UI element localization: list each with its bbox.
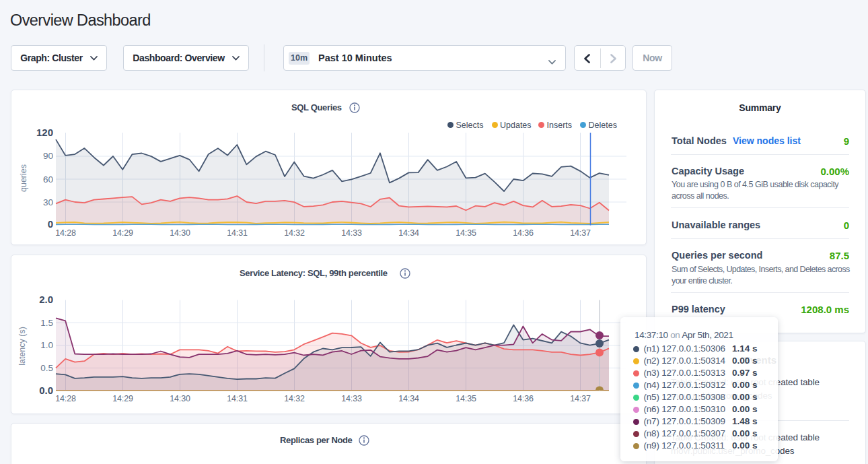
svg-text:14:32: 14:32	[284, 228, 305, 238]
svg-text:14:33: 14:33	[341, 228, 362, 238]
svg-text:14:28: 14:28	[55, 394, 76, 403]
svg-text:latency (s): latency (s)	[17, 327, 27, 366]
svg-text:14:30: 14:30	[170, 228, 190, 238]
svg-text:14:30: 14:30	[170, 394, 190, 403]
svg-text:14:37: 14:37	[570, 394, 591, 403]
svg-text:90: 90	[43, 151, 53, 161]
svg-text:2.0: 2.0	[39, 294, 53, 305]
svg-text:0: 0	[48, 218, 53, 230]
svg-text:14:34: 14:34	[398, 228, 419, 238]
svg-text:1.5: 1.5	[40, 318, 53, 328]
svg-text:14:33: 14:33	[341, 394, 362, 403]
svg-text:14:36: 14:36	[513, 394, 534, 403]
svg-text:queries: queries	[19, 164, 28, 192]
svg-text:14:32: 14:32	[284, 394, 305, 403]
svg-text:14:31: 14:31	[227, 394, 248, 403]
svg-text:1.0: 1.0	[40, 340, 53, 350]
svg-text:14:29: 14:29	[112, 394, 133, 403]
svg-text:14:31: 14:31	[227, 228, 248, 238]
svg-text:60: 60	[43, 174, 53, 185]
svg-text:0.5: 0.5	[40, 363, 53, 373]
svg-text:120: 120	[36, 127, 53, 138]
svg-text:14:35: 14:35	[456, 228, 476, 238]
svg-text:30: 30	[43, 197, 53, 207]
svg-text:14:37: 14:37	[570, 228, 591, 238]
svg-text:14:35: 14:35	[456, 394, 476, 403]
svg-text:14:29: 14:29	[112, 228, 133, 238]
svg-text:14:36: 14:36	[513, 228, 534, 238]
svg-text:14:28: 14:28	[55, 228, 76, 238]
svg-text:14:34: 14:34	[398, 394, 419, 403]
svg-text:0.0: 0.0	[39, 385, 53, 396]
